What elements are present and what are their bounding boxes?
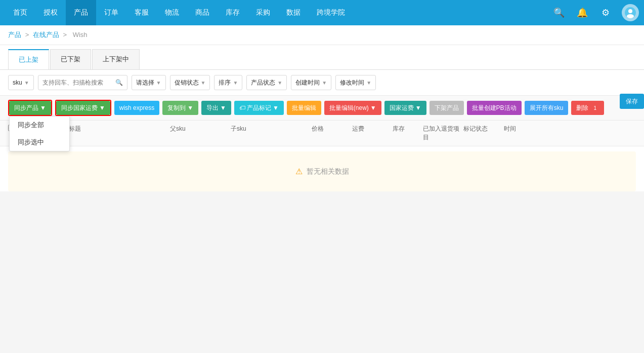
breadcrumb-product[interactable]: 产品 [8, 31, 21, 38]
product-status-filter[interactable]: 产品状态 ▼ [246, 75, 287, 90]
nav-item-auth[interactable]: 授权 [35, 0, 66, 25]
col-header-shipping: 运费 [352, 125, 393, 142]
warning-icon: ⚠ [295, 167, 303, 176]
export-button[interactable]: 导出 ▼ [201, 101, 231, 115]
svg-point-1 [628, 9, 632, 13]
main-nav: 首页 授权 产品 订单 客服 物流 商品 库存 采购 数据 跨境学院 🔍 🔔 ⚙ [0, 0, 644, 25]
product-status-chevron-icon: ▼ [277, 80, 282, 86]
nav-item-academy[interactable]: 跨境学院 [309, 0, 353, 25]
country-shipping-label: 国家运费 [390, 104, 414, 112]
wish-express-button[interactable]: wish express [114, 101, 159, 115]
nav-item-home[interactable]: 首页 [5, 0, 35, 25]
copy-to-label: 复制到 [167, 104, 186, 112]
sku-label: sku [13, 79, 22, 86]
country-shipping-button[interactable]: 国家运费 ▼ [384, 101, 426, 115]
export-chevron-icon: ▼ [220, 104, 226, 111]
export-label: 导出 [206, 104, 219, 112]
breadcrumb-sep1: > [25, 31, 31, 38]
sync-product-button[interactable]: 同步产品 ▼ [9, 101, 51, 115]
copy-to-button[interactable]: 复制到 ▼ [162, 101, 198, 115]
nav-item-goods[interactable]: 商品 [187, 0, 218, 25]
sync-product-dropdown: 同步产品 ▼ 同步全部 同步选中 [8, 100, 52, 116]
settings-icon[interactable]: ⚙ [598, 6, 613, 20]
col-header-price: 价格 [312, 125, 352, 142]
offline-product-label: 下架产品 [435, 104, 459, 112]
sync-country-label: 同步国家运费 [61, 104, 98, 112]
col-header-parent-sku: 父sku [170, 125, 231, 142]
col-header-stock: 库存 [393, 125, 423, 142]
nav-item-order[interactable]: 订单 [96, 0, 126, 25]
col-header-child-sku: 子sku [231, 125, 312, 142]
create-time-label: 创建时间 [295, 79, 320, 87]
breadcrumb-wish: Wish [73, 31, 88, 38]
modify-time-chevron-icon: ▼ [366, 80, 371, 86]
nav-item-inventory[interactable]: 库存 [218, 0, 248, 25]
promo-status-filter[interactable]: 促销状态 ▼ [170, 75, 210, 90]
expand-all-sku-label: 展开所有sku [530, 104, 564, 112]
batch-edit-new-button[interactable]: 批量编辑(new) ▼ [324, 101, 381, 115]
breadcrumb-sep2: > [63, 31, 68, 38]
sync-product-menu: 同步全部 同步选中 [9, 116, 70, 151]
sort-filter[interactable]: 排序 ▼ [214, 75, 242, 90]
notification-icon[interactable]: 🔔 [575, 6, 589, 20]
sku-filter-select[interactable]: sku ▼ [8, 75, 34, 90]
wish-express-label: wish express [119, 104, 154, 111]
tab-delisted[interactable]: 已下架 [50, 49, 91, 69]
col-header-title: 标题 [69, 125, 170, 142]
modify-time-filter[interactable]: 修改时间 ▼ [335, 75, 376, 90]
batch-edit-label: 批量编辑 [292, 104, 316, 112]
offline-product-button[interactable]: 下架产品 [430, 101, 464, 115]
product-status-label: 产品状态 [251, 79, 275, 87]
sync-country-chevron-icon: ▼ [99, 104, 105, 111]
sync-country-shipping-button[interactable]: 同步国家运费 ▼ [56, 101, 110, 115]
sort-label: 排序 [219, 79, 231, 87]
toolbar: 同步产品 ▼ 同步全部 同步选中 同步国家运费 ▼ wish express 复… [0, 96, 644, 121]
search-icon[interactable]: 🔍 [552, 6, 566, 20]
breadcrumb-online-product[interactable]: 在线产品 [33, 31, 59, 38]
delete-badge: 1 [591, 104, 599, 112]
user-avatar[interactable] [622, 4, 639, 21]
delete-label: 删除 [576, 104, 588, 112]
create-time-chevron-icon: ▼ [322, 80, 327, 86]
sync-selected-item[interactable]: 同步选中 [10, 134, 69, 151]
table-header: 图片 标题 父sku 子sku 价格 运费 库存 已加入退货项目 标记状态 时间 [0, 121, 644, 146]
please-select-filter[interactable]: 请选择 ▼ [132, 75, 166, 90]
empty-state: ⚠ 暂无相关数据 [8, 151, 636, 191]
col-header-time: 时间 [504, 125, 554, 142]
nav-item-logistics[interactable]: 物流 [157, 0, 187, 25]
nav-item-purchase[interactable]: 采购 [248, 0, 278, 25]
delete-button[interactable]: 删除 1 [571, 101, 604, 115]
nav-item-customer[interactable]: 客服 [126, 0, 157, 25]
empty-text: 暂无相关数据 [307, 167, 349, 176]
filter-bar: sku ▼ 🔍 请选择 ▼ 促销状态 ▼ 排序 ▼ 产品状态 ▼ 创建时间 ▼ … [0, 70, 644, 96]
product-tag-chevron-icon: ▼ [273, 104, 279, 111]
sync-product-chevron-icon: ▼ [40, 104, 46, 111]
country-shipping-chevron-icon: ▼ [415, 104, 421, 111]
save-button[interactable]: 保存 [620, 94, 644, 109]
search-icon: 🔍 [115, 79, 123, 86]
col-header-return: 已加入退货项目 [423, 125, 463, 142]
batch-edit-button[interactable]: 批量编辑 [287, 101, 321, 115]
nav-item-data[interactable]: 数据 [278, 0, 309, 25]
create-time-filter[interactable]: 创建时间 ▼ [291, 75, 331, 90]
sync-all-item[interactable]: 同步全部 [10, 116, 69, 134]
batch-edit-new-label: 批量编辑(new) [329, 104, 369, 112]
tab-listed[interactable]: 已上架 [8, 49, 49, 69]
nav-item-product[interactable]: 产品 [66, 0, 96, 25]
please-select-label: 请选择 [136, 79, 154, 87]
batch-create-pb-button[interactable]: 批量创建PB活动 [467, 101, 522, 115]
sku-chevron-icon: ▼ [24, 80, 29, 86]
modify-time-label: 修改时间 [340, 79, 364, 87]
tag-icon: 🏷 [239, 104, 245, 111]
batch-edit-new-chevron-icon: ▼ [370, 104, 376, 111]
product-tag-button[interactable]: 🏷 产品标记 ▼ [234, 101, 284, 115]
search-input[interactable] [42, 79, 113, 86]
product-tag-label: 产品标记 [247, 104, 271, 112]
tab-switching[interactable]: 上下架中 [92, 49, 140, 69]
sync-product-label: 同步产品 [14, 104, 38, 112]
expand-all-sku-button[interactable]: 展开所有sku [525, 101, 569, 115]
sort-chevron-icon: ▼ [233, 80, 238, 86]
svg-point-2 [627, 14, 634, 18]
promo-status-label: 促销状态 [175, 79, 199, 87]
search-input-container: 🔍 [38, 75, 127, 90]
